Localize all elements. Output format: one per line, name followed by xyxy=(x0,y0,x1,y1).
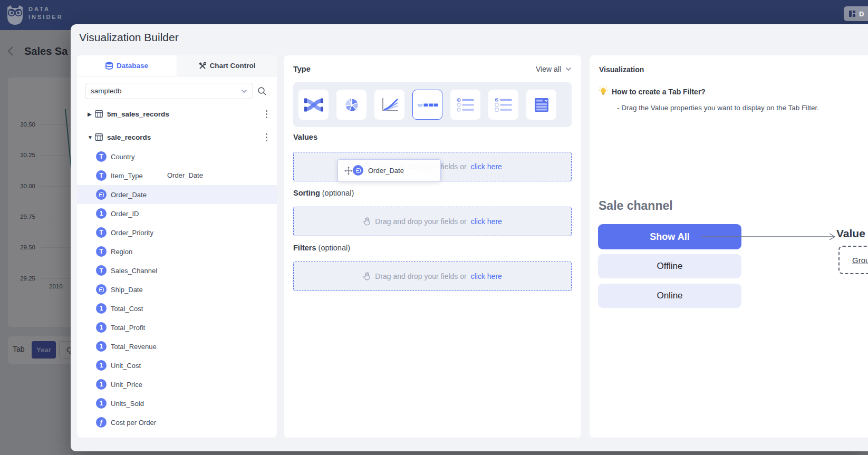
chart-type-strip: Tab xyxy=(293,82,572,127)
field-name: Item_Type xyxy=(111,172,143,180)
dashboard-icon xyxy=(848,10,856,17)
dashboard-button[interactable]: D xyxy=(844,6,868,21)
section-label-text: Values xyxy=(293,133,317,141)
field-row-country[interactable]: T Country xyxy=(77,147,277,166)
field-row-units-sold[interactable]: 1 Units_Sold xyxy=(77,394,277,413)
field-type-number-icon: 1 xyxy=(96,398,107,409)
field-name: Ship_Date xyxy=(111,286,143,294)
table-name: 5m_sales_records xyxy=(107,110,169,118)
database-icon xyxy=(105,62,113,70)
radio-list-icon xyxy=(456,98,475,112)
field-type-number-icon: 1 xyxy=(96,303,107,314)
tools-icon xyxy=(199,62,206,70)
filter-button-online[interactable]: Online xyxy=(598,284,741,308)
field-row-sales-channel[interactable]: T Sales_Channel xyxy=(77,261,277,280)
visualization-builder-modal: Visualization Builder Database xyxy=(71,24,868,451)
brand-name: DATA INSIDER xyxy=(28,5,63,21)
tip-body: - Drag the Value properties you want to … xyxy=(617,104,819,112)
view-all-button[interactable]: View all xyxy=(536,65,572,73)
field-row-region[interactable]: T Region xyxy=(77,242,277,261)
dropzone-click-here-link[interactable]: click here xyxy=(471,217,502,226)
modal-title: Visualization Builder xyxy=(79,31,179,44)
visualization-panel: Visualization How to create a Tab Filter… xyxy=(590,55,868,438)
field-name: Sales_Channel xyxy=(111,267,157,275)
tab-chart-control-label: Chart Control xyxy=(210,62,256,70)
field-name: Total_Revenue xyxy=(111,343,157,351)
owl-logo-icon[interactable] xyxy=(5,4,25,28)
field-name: Order_Date xyxy=(111,191,147,199)
table-name: sale_records xyxy=(107,133,151,141)
panel-tabs: Database Chart Control xyxy=(77,55,277,76)
field-row-order-date[interactable]: Order_Date xyxy=(77,185,277,204)
sorting-dropzone[interactable]: Drag and drop your fields or click here xyxy=(293,207,572,236)
field-name: Total_Cost xyxy=(111,305,143,313)
chart-type-line[interactable] xyxy=(374,90,404,120)
app-root: Sales Sa 30.50 30.25 30.00 29.75 29.50 2… xyxy=(0,0,868,455)
dropzone-click-here-link[interactable]: click here xyxy=(471,272,502,280)
chart-type-radio-list[interactable] xyxy=(450,90,480,120)
field-type-number-icon: 1 xyxy=(96,322,107,333)
field-type-formula-icon: f xyxy=(96,417,107,428)
chart-type-tab-filter[interactable]: Tab xyxy=(412,90,442,120)
annotation-group-box[interactable]: Group xyxy=(838,246,868,274)
field-name: Order_ID xyxy=(111,210,139,218)
view-all-label: View all xyxy=(536,65,561,73)
filter-button-offline[interactable]: Offline xyxy=(598,254,741,278)
section-label-text: Sorting xyxy=(293,189,320,197)
search-icon[interactable] xyxy=(257,86,267,98)
field-row-total-revenue[interactable]: 1 Total_Revenue xyxy=(77,337,277,356)
dropzone-hint: Drag and drop your fields or xyxy=(375,272,467,280)
section-label-text: Filters xyxy=(293,244,316,252)
dashboard-button-label: D xyxy=(859,10,864,18)
field-name: Unit_Cost xyxy=(111,362,141,370)
field-row-ship-date[interactable]: Ship_Date xyxy=(77,280,277,299)
field-type-text-icon: T xyxy=(96,246,107,257)
table-row-sale-records[interactable]: ▼ sale_records xyxy=(77,128,277,147)
field-row-total-profit[interactable]: 1 Total_Profit xyxy=(77,318,277,337)
field-row-unit-cost[interactable]: 1 Unit_Cost xyxy=(77,356,277,375)
checkbox-list-icon xyxy=(494,98,513,112)
collapse-caret-icon[interactable]: ▼ xyxy=(88,134,95,140)
field-type-number-icon: 1 xyxy=(96,341,107,352)
field-type-number-icon: 1 xyxy=(96,208,107,219)
field-row-total-cost[interactable]: 1 Total_Cost xyxy=(77,299,277,318)
table-menu-kebab-icon[interactable] xyxy=(266,110,267,118)
dragging-field-chip[interactable]: Order_Date xyxy=(337,159,441,181)
chart-type-sankey[interactable] xyxy=(298,90,329,120)
expand-caret-icon[interactable]: ▶ xyxy=(88,111,95,117)
field-type-date-icon xyxy=(353,165,363,176)
tab-database[interactable]: Database xyxy=(77,55,177,76)
table-menu-kebab-icon[interactable] xyxy=(266,133,267,141)
field-name: Order_Priority xyxy=(111,229,153,237)
svg-text:Tab: Tab xyxy=(417,103,423,107)
filters-section-label: Filters (optional) xyxy=(293,244,350,252)
drag-hand-icon xyxy=(363,217,371,226)
chart-type-checkbox-list[interactable] xyxy=(488,90,518,120)
field-row-order-id[interactable]: 1 Order_ID xyxy=(77,204,277,223)
tab-database-label: Database xyxy=(117,62,148,70)
drag-chip-label: Order_Date xyxy=(368,167,404,175)
dropzone-click-here-link[interactable]: click here xyxy=(471,162,502,171)
field-type-number-icon: 1 xyxy=(96,360,107,371)
field-name: Unit_Price xyxy=(111,381,142,389)
field-row-order-priority[interactable]: T Order_Priority xyxy=(77,223,277,242)
filters-dropzone[interactable]: Drag and drop your fields or click here xyxy=(293,262,572,291)
line-chart-icon xyxy=(381,97,399,113)
brand-line-2: INSIDER xyxy=(28,13,63,21)
annotation-group-label: Group xyxy=(852,256,868,265)
chart-type-pie[interactable] xyxy=(336,90,367,120)
chart-type-dropdown[interactable] xyxy=(526,90,556,120)
field-type-date-icon xyxy=(96,284,107,295)
chevron-down-icon xyxy=(241,89,247,93)
field-type-text-icon: T xyxy=(96,151,107,162)
field-type-text-icon: T xyxy=(96,227,107,238)
database-select[interactable]: sampledb xyxy=(85,83,253,99)
tab-chart-control[interactable]: Chart Control xyxy=(177,55,277,76)
annotation-arrow xyxy=(701,233,840,241)
field-type-text-icon: T xyxy=(96,170,107,181)
field-name: Region xyxy=(111,248,132,256)
field-row-unit-price[interactable]: 1 Unit_Price xyxy=(77,375,277,394)
table-row-5m-sales-records[interactable]: ▶ 5m_sales_records xyxy=(77,104,277,123)
field-row-cost-per-order[interactable]: f Cost per Order xyxy=(77,413,277,432)
field-name: Units_Sold xyxy=(111,400,144,408)
